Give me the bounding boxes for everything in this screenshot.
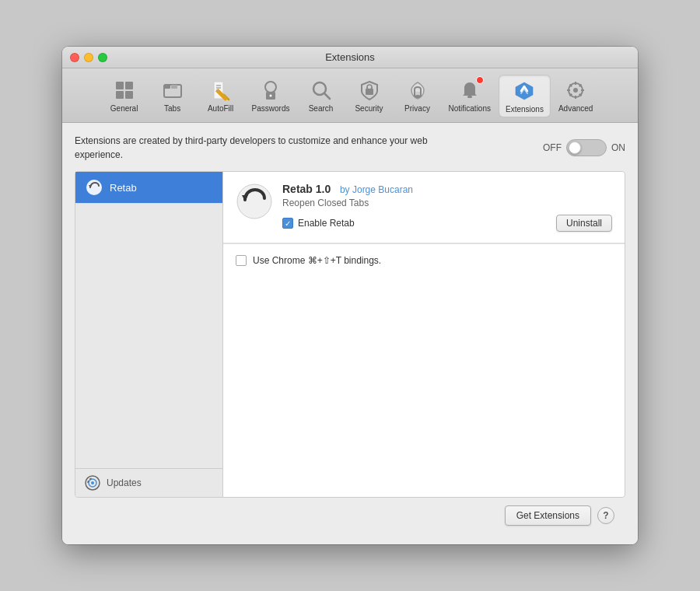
close-button[interactable] bbox=[70, 53, 79, 62]
bottom-bar: Get Extensions ? bbox=[75, 498, 625, 533]
updates-icon bbox=[85, 475, 100, 491]
maximize-button[interactable] bbox=[98, 53, 107, 62]
svg-rect-2 bbox=[116, 91, 124, 99]
toolbar-item-passwords[interactable]: Passwords bbox=[246, 75, 296, 117]
chrome-bindings-checkbox[interactable] bbox=[236, 255, 247, 266]
privacy-icon bbox=[405, 78, 430, 103]
get-extensions-button[interactable]: Get Extensions bbox=[505, 505, 591, 526]
toolbar-item-notifications[interactable]: Notifications bbox=[443, 75, 497, 117]
search-icon bbox=[309, 78, 334, 103]
extension-header: Retab 1.0 by Jorge Bucaran Reopen Closed… bbox=[223, 172, 625, 243]
toolbar-item-autofill[interactable]: AutoFill bbox=[198, 75, 244, 117]
svg-rect-3 bbox=[125, 91, 133, 99]
ext-subtitle: Reopen Closed Tabs bbox=[282, 198, 612, 208]
sidebar-footer-updates[interactable]: Updates bbox=[75, 468, 222, 497]
toolbar-item-privacy[interactable]: Privacy bbox=[394, 75, 441, 117]
description-text: Extensions are created by third-party de… bbox=[75, 134, 464, 162]
main-window: Extensions General Tab bbox=[62, 47, 638, 544]
toggle-knob bbox=[569, 142, 581, 154]
sidebar-item-retab[interactable]: Retab bbox=[75, 172, 222, 204]
toolbar-item-extensions[interactable]: Extensions bbox=[499, 75, 551, 117]
autofill-icon bbox=[208, 78, 233, 103]
ext-name: Retab 1.0 bbox=[282, 183, 331, 195]
security-icon bbox=[357, 78, 382, 103]
svg-rect-5 bbox=[164, 85, 170, 89]
svg-point-13 bbox=[265, 82, 276, 93]
svg-line-17 bbox=[324, 93, 330, 99]
toolbar-item-tabs[interactable]: Tabs bbox=[149, 75, 196, 117]
toolbar-item-general[interactable]: General bbox=[101, 75, 148, 117]
window-title: Extensions bbox=[325, 51, 375, 63]
svg-rect-1 bbox=[125, 82, 133, 89]
svg-point-33 bbox=[86, 180, 102, 195]
retab-item-icon bbox=[85, 178, 103, 197]
toolbar-item-search[interactable]: Search bbox=[298, 75, 345, 117]
enable-checkbox[interactable]: ✓ bbox=[282, 218, 293, 229]
ext-author-name: Jorge Bucaran bbox=[352, 184, 413, 195]
updates-label: Updates bbox=[107, 477, 142, 488]
tabs-icon bbox=[160, 78, 185, 103]
toggle-on-label: ON bbox=[611, 142, 625, 153]
toolbar-item-advanced[interactable]: Advanced bbox=[552, 75, 599, 117]
svg-point-15 bbox=[270, 95, 272, 97]
toggle-off-label: OFF bbox=[543, 142, 562, 153]
option-row-chrome-bindings: Use Chrome ⌘+⇧+T bindings. bbox=[236, 255, 612, 266]
search-label: Search bbox=[309, 104, 334, 113]
advanced-label: Advanced bbox=[558, 104, 593, 113]
general-icon bbox=[112, 78, 137, 103]
content-area: Extensions are created by third-party de… bbox=[62, 123, 638, 544]
passwords-icon bbox=[258, 78, 283, 103]
extension-panel: Retab 1.0 by Jorge Bucaran Reopen Closed… bbox=[223, 172, 625, 497]
advanced-icon bbox=[563, 78, 588, 103]
svg-marker-22 bbox=[516, 82, 533, 100]
toolbar: General Tabs bbox=[62, 68, 638, 123]
sidebar-list: Retab bbox=[75, 172, 222, 468]
general-label: General bbox=[110, 104, 138, 113]
notifications-icon bbox=[457, 78, 482, 103]
svg-rect-0 bbox=[116, 82, 124, 89]
autofill-label: AutoFill bbox=[208, 104, 233, 113]
toolbar-item-security[interactable]: Security bbox=[346, 75, 393, 117]
toggle-switch[interactable] bbox=[566, 139, 607, 156]
privacy-label: Privacy bbox=[404, 104, 430, 113]
ext-info: Retab 1.0 by Jorge Bucaran Reopen Closed… bbox=[282, 183, 612, 232]
sidebar: Retab Updates bbox=[75, 172, 223, 497]
svg-rect-21 bbox=[467, 96, 472, 98]
main-panel: Retab Updates bbox=[75, 171, 625, 498]
enable-check: ✓ Enable Retab bbox=[282, 218, 355, 229]
ext-author-prefix: by bbox=[340, 184, 350, 195]
extension-options: Use Chrome ⌘+⇧+T bindings. bbox=[223, 243, 625, 497]
notifications-label: Notifications bbox=[449, 104, 491, 113]
extension-icon bbox=[236, 183, 273, 220]
help-button[interactable]: ? bbox=[597, 507, 614, 524]
description-bar: Extensions are created by third-party de… bbox=[75, 134, 625, 162]
extensions-label: Extensions bbox=[506, 105, 544, 114]
passwords-label: Passwords bbox=[252, 104, 290, 113]
svg-point-37 bbox=[91, 481, 94, 484]
enable-label: Enable Retab bbox=[298, 218, 355, 229]
minimize-button[interactable] bbox=[84, 53, 93, 62]
traffic-lights bbox=[70, 53, 107, 62]
ext-author-link[interactable]: by Jorge Bucaran bbox=[340, 184, 413, 195]
ext-title-row: Retab 1.0 by Jorge Bucaran bbox=[282, 183, 612, 195]
extensions-icon bbox=[512, 79, 537, 103]
svg-point-24 bbox=[573, 88, 578, 93]
titlebar: Extensions bbox=[62, 47, 638, 68]
tabs-label: Tabs bbox=[164, 104, 180, 113]
toggle-area: OFF ON bbox=[543, 139, 625, 156]
uninstall-button[interactable]: Uninstall bbox=[556, 215, 612, 232]
ext-enable-row: ✓ Enable Retab Uninstall bbox=[282, 215, 612, 232]
svg-rect-6 bbox=[171, 85, 177, 89]
sidebar-item-retab-label: Retab bbox=[110, 182, 137, 194]
security-label: Security bbox=[355, 104, 383, 113]
chrome-bindings-label: Use Chrome ⌘+⇧+T bindings. bbox=[253, 255, 381, 266]
svg-point-20 bbox=[415, 95, 421, 98]
notification-badge bbox=[476, 76, 484, 84]
